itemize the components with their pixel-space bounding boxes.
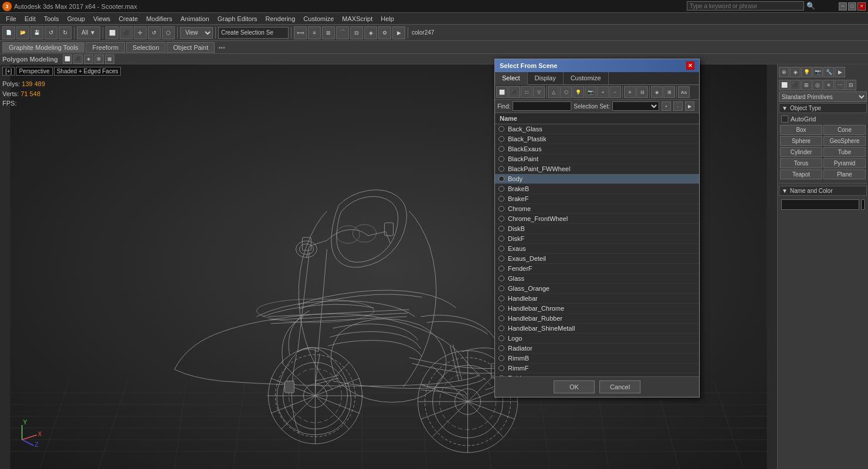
menu-file[interactable]: File: [2, 14, 20, 23]
list-item[interactable]: DiskF: [495, 234, 699, 244]
list-item[interactable]: BrakeB: [495, 184, 699, 194]
new-btn[interactable]: 📄: [2, 26, 15, 39]
list-item[interactable]: Handlebar: [495, 294, 699, 304]
open-btn[interactable]: 📂: [16, 26, 29, 39]
obj-sphere[interactable]: Sphere: [780, 136, 822, 146]
menu-animation[interactable]: Animation: [177, 14, 213, 23]
list-item[interactable]: Handlebar_Rubber: [495, 314, 699, 324]
list-item[interactable]: Black_Plastik: [495, 134, 699, 144]
object-name-input[interactable]: [781, 199, 859, 210]
obj-pyramid[interactable]: Pyramid: [823, 158, 866, 168]
menu-edit[interactable]: Edit: [21, 14, 39, 23]
menu-rendering[interactable]: Rendering: [262, 14, 299, 23]
close-button[interactable]: ✕: [857, 2, 866, 11]
rotate-btn[interactable]: ↺: [148, 26, 161, 39]
menu-maxscript[interactable]: MAXScript: [338, 14, 376, 23]
panel-icon-11[interactable]: ≡: [823, 80, 834, 90]
name-color-header[interactable]: ▼ Name and Color: [779, 186, 867, 196]
poly-tool-3[interactable]: ◈: [84, 55, 93, 64]
list-item[interactable]: RimmF: [495, 363, 699, 373]
list-item[interactable]: Exaus: [495, 244, 699, 254]
object-type-header[interactable]: ▼ Object Type: [779, 103, 867, 113]
sel-set-remove-btn[interactable]: -: [673, 101, 683, 111]
list-item[interactable]: Radiator: [495, 344, 699, 354]
render-setup-btn[interactable]: ⚙: [378, 26, 391, 39]
render-btn[interactable]: ▶: [392, 26, 405, 39]
vp-shading-btn[interactable]: Shaded + Edged Faces: [54, 67, 121, 76]
menu-views[interactable]: Views: [90, 14, 114, 23]
menu-help[interactable]: Help: [377, 14, 398, 23]
panel-icon-5[interactable]: 🔧: [823, 67, 834, 77]
poly-tool-4[interactable]: ⊞: [94, 55, 104, 64]
vp-corner-btn[interactable]: [+]: [2, 67, 15, 76]
select-filter-btn[interactable]: All ▼: [77, 26, 100, 39]
list-item[interactable]: BlackPaint: [495, 154, 699, 164]
dialog-helper-btn[interactable]: +: [597, 86, 609, 98]
tab-graphite-modeling[interactable]: Graphite Modeling Tools: [2, 42, 84, 53]
dialog-object-list[interactable]: Back_GlassBlack_PlastikBlackExausBlackPa…: [495, 124, 699, 376]
list-item[interactable]: Chrome: [495, 204, 699, 214]
select-region-btn[interactable]: ⬛: [120, 26, 133, 39]
panel-icon-7[interactable]: ⬜: [779, 80, 789, 90]
dialog-all-btn[interactable]: ⬜: [496, 86, 508, 98]
dialog-invert-btn[interactable]: ⬛: [508, 86, 520, 98]
list-item[interactable]: FenderF: [495, 264, 699, 274]
poly-tool-2[interactable]: ⬛: [73, 55, 83, 64]
coord-system[interactable]: View World Local: [180, 27, 213, 39]
list-item[interactable]: Back_Glass: [495, 124, 699, 134]
undo-btn[interactable]: ↺: [45, 26, 57, 39]
panel-icon-1[interactable]: ⊕: [779, 67, 789, 77]
tab-object-paint[interactable]: Object Paint: [167, 42, 215, 53]
named-sel-input[interactable]: [218, 27, 289, 39]
search-icon[interactable]: 🔍: [806, 2, 815, 10]
obj-teapot[interactable]: Teapot: [780, 169, 822, 179]
vp-perspective-btn[interactable]: Perspective: [16, 67, 52, 76]
panel-icon-9[interactable]: ⊞: [801, 80, 812, 90]
obj-geosphere[interactable]: GeoSphere: [823, 136, 866, 146]
dialog-tab-customize[interactable]: Customize: [564, 72, 609, 84]
dialog-shape-btn[interactable]: ⬡: [560, 86, 572, 98]
obj-plane[interactable]: Plane: [823, 169, 866, 179]
obj-cylinder[interactable]: Cylinder: [780, 147, 822, 157]
list-item[interactable]: BlackExaus: [495, 144, 699, 154]
list-item[interactable]: RimmB: [495, 354, 699, 363]
dialog-tab-display[interactable]: Display: [528, 72, 564, 84]
color-swatch[interactable]: [862, 199, 864, 210]
tab-freeform[interactable]: Freeform: [86, 42, 125, 53]
search-input[interactable]: [687, 1, 804, 11]
dialog-close-button[interactable]: ✕: [686, 62, 694, 70]
minimize-button[interactable]: ─: [839, 2, 847, 11]
menu-customize[interactable]: Customize: [300, 14, 337, 23]
list-item[interactable]: Handlebar_Chrome: [495, 304, 699, 314]
mirror-btn[interactable]: ⟺: [294, 26, 307, 39]
redo-btn[interactable]: ↻: [59, 26, 72, 39]
menu-create[interactable]: Create: [115, 14, 141, 23]
save-btn[interactable]: 💾: [30, 26, 43, 39]
dialog-case-btn[interactable]: Aa: [678, 86, 690, 98]
layer-btn[interactable]: ⊞: [322, 26, 335, 39]
panel-icon-3[interactable]: 💡: [801, 67, 812, 77]
dialog-color-btn[interactable]: ◈: [651, 86, 663, 98]
panel-icon-10[interactable]: ◎: [812, 80, 823, 90]
list-item[interactable]: Exaus_Deteil: [495, 254, 699, 264]
list-item[interactable]: Glass_Orange: [495, 284, 699, 294]
obj-box[interactable]: Box: [780, 125, 822, 135]
sel-set-dropdown[interactable]: [612, 101, 659, 111]
list-item[interactable]: DiskB: [495, 224, 699, 234]
dialog-spacewarp-btn[interactable]: ~: [609, 86, 621, 98]
dialog-tab-select[interactable]: Select: [495, 72, 528, 85]
panel-icon-2[interactable]: ◈: [790, 67, 801, 77]
menu-group[interactable]: Group: [63, 14, 89, 23]
dialog-cam-btn[interactable]: 📷: [585, 86, 596, 98]
panel-icon-12[interactable]: ⋯: [835, 80, 845, 90]
menu-modifiers[interactable]: Modifiers: [143, 14, 176, 23]
obj-tube[interactable]: Tube: [823, 147, 866, 157]
menu-tools[interactable]: Tools: [40, 14, 63, 23]
list-item[interactable]: Body: [495, 174, 699, 184]
menu-graph-editors[interactable]: Graph Editors: [214, 14, 261, 23]
list-item[interactable]: Logo: [495, 334, 699, 344]
obj-torus[interactable]: Torus: [780, 158, 822, 168]
list-item[interactable]: Handlebar_ShineMetall: [495, 324, 699, 334]
material-btn[interactable]: ◈: [364, 26, 377, 39]
tab-selection[interactable]: Selection: [126, 42, 165, 53]
